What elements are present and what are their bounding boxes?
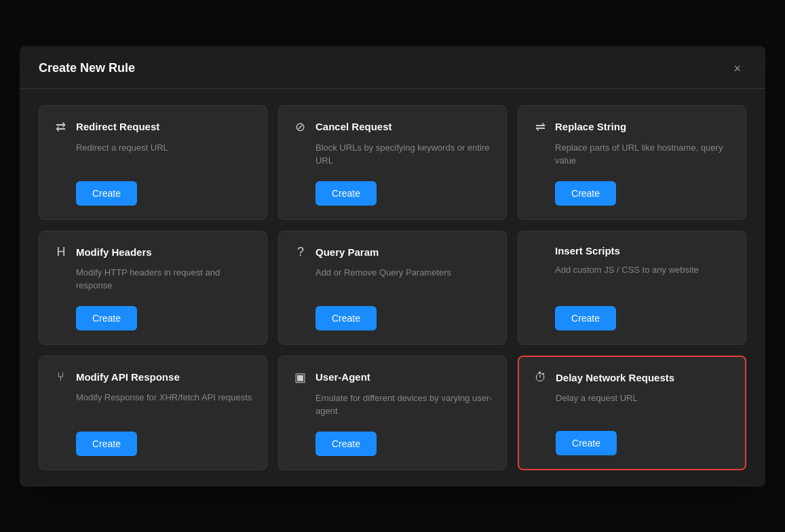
card-description: Modify HTTP headers in request and respo…	[76, 266, 253, 292]
create-button-modify-api-response[interactable]: Create	[76, 432, 137, 456]
create-button-cancel-request[interactable]: Create	[315, 181, 377, 206]
card-footer: Create	[76, 432, 253, 456]
delay-icon: ⏱	[533, 370, 549, 385]
modal-header: Create New Rule ×	[20, 46, 765, 89]
card-cancel-request: ⊘ Cancel Request Block URLs by specifyin…	[278, 105, 507, 220]
create-button-user-agent[interactable]: Create	[315, 432, 377, 456]
create-button-replace-string[interactable]: Create	[555, 181, 616, 206]
close-button[interactable]: ×	[729, 60, 747, 77]
card-title: Modify Headers	[76, 246, 152, 258]
card-user-agent: ▣ User-Agent Emulate for different devic…	[278, 356, 507, 470]
useragent-icon: ▣	[292, 370, 309, 385]
modal-overlay: Create New Rule × ⇄ Redirect Request Red…	[0, 0, 785, 532]
card-description: Delay a request URL	[556, 392, 731, 417]
card-description: Add or Remove Query Parameters	[315, 266, 493, 292]
card-modify-headers: H Modify Headers Modify HTTP headers in …	[39, 231, 267, 345]
card-footer: Create	[76, 181, 253, 206]
create-rule-modal: Create New Rule × ⇄ Redirect Request Red…	[20, 46, 765, 487]
card-title: Redirect Request	[76, 121, 159, 132]
create-button-modify-headers[interactable]: Create	[76, 306, 137, 330]
create-button-insert-scripts[interactable]: Create	[555, 306, 616, 330]
query-icon: ?	[292, 245, 309, 259]
card-replace-string: ⇌ Replace String Replace parts of URL li…	[518, 105, 746, 220]
card-header: ⏱ Delay Network Requests	[533, 370, 731, 385]
headers-icon: H	[53, 245, 69, 259]
card-title: Cancel Request	[315, 121, 392, 132]
card-title: Modify API Response	[76, 371, 180, 383]
card-header: Insert Scripts	[532, 245, 732, 256]
card-header: ⇌ Replace String	[532, 119, 732, 134]
card-header: ⑂ Modify API Response	[53, 370, 253, 384]
card-footer: Create	[315, 306, 493, 330]
create-button-query-param[interactable]: Create	[315, 306, 377, 330]
card-title: Insert Scripts	[555, 245, 620, 256]
card-redirect-request: ⇄ Redirect Request Redirect a request UR…	[39, 105, 267, 220]
card-title: User-Agent	[315, 371, 370, 383]
modal-title: Create New Rule	[39, 61, 135, 75]
card-footer: Create	[315, 432, 493, 456]
card-description: Modify Response for XHR/fetch API reques…	[76, 391, 253, 418]
replace-icon: ⇌	[532, 119, 548, 134]
create-button-delay-network[interactable]: Create	[556, 431, 617, 455]
card-title: Query Param	[315, 246, 379, 258]
card-footer: Create	[76, 306, 253, 330]
cards-grid: ⇄ Redirect Request Redirect a request UR…	[39, 105, 746, 470]
card-delay-network: ⏱ Delay Network Requests Delay a request…	[518, 356, 746, 470]
card-description: Emulate for different devices by varying…	[315, 392, 493, 418]
card-description: Block URLs by specifying keywords or ent…	[315, 141, 493, 168]
card-description: Redirect a request URL	[76, 141, 253, 168]
card-title: Delay Network Requests	[556, 372, 674, 383]
card-header: ? Query Param	[292, 245, 493, 259]
card-modify-api-response: ⑂ Modify API Response Modify Response fo…	[39, 356, 267, 470]
card-header: H Modify Headers	[53, 245, 253, 259]
card-query-param: ? Query Param Add or Remove Query Parame…	[278, 231, 507, 345]
card-footer: Create	[555, 181, 732, 206]
modal-body: ⇄ Redirect Request Redirect a request UR…	[20, 89, 765, 487]
card-header: ⇄ Redirect Request	[53, 119, 253, 134]
card-header: ▣ User-Agent	[292, 370, 493, 385]
api-icon: ⑂	[53, 370, 69, 384]
card-description: Add custom JS / CSS to any website	[555, 263, 732, 292]
card-description: Replace parts of URL like hostname, quer…	[555, 141, 732, 168]
card-footer: Create	[315, 181, 493, 206]
card-footer: Create	[555, 306, 732, 330]
card-footer: Create	[556, 431, 731, 455]
create-button-redirect-request[interactable]: Create	[76, 181, 137, 206]
cancel-icon: ⊘	[292, 119, 309, 134]
card-title: Replace String	[555, 121, 626, 132]
card-insert-scripts: Insert Scripts Add custom JS / CSS to an…	[518, 231, 746, 345]
redirect-icon: ⇄	[53, 119, 69, 134]
card-header: ⊘ Cancel Request	[292, 119, 493, 134]
